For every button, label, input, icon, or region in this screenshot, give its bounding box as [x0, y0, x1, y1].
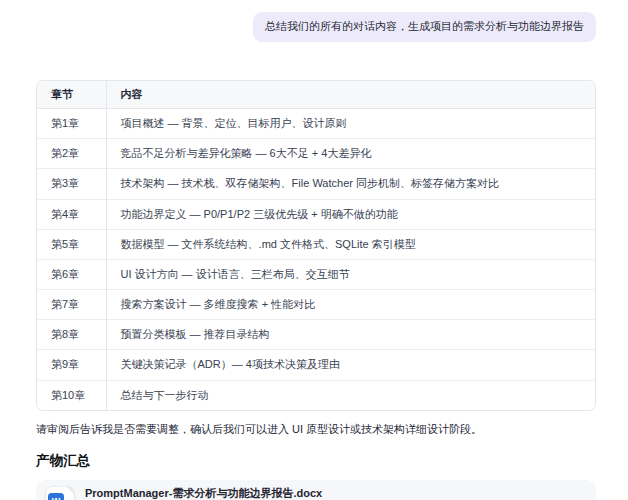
file-attachment-card[interactable]: W PromptManager-需求分析与功能边界报告.docx docx — [36, 480, 596, 500]
content-cell: 搜索方案设计 — 多维度搜索 + 性能对比 — [106, 290, 595, 320]
table-row: 第2章 竞品不足分析与差异化策略 — 6大不足 + 4大差异化 — [37, 139, 595, 169]
content-cell: 功能边界定义 — P0/P1/P2 三级优先级 + 明确不做的功能 — [106, 199, 595, 229]
chapter-table: 章节 内容 第1章 项目概述 — 背景、定位、目标用户、设计原则 第2章 竞品不… — [36, 80, 596, 411]
content-cell: 总结与下一步行动 — [106, 380, 595, 410]
chapter-cell: 第4章 — [37, 199, 106, 229]
chapter-cell: 第2章 — [37, 139, 106, 169]
chapter-cell: 第1章 — [37, 108, 106, 138]
table-header-row: 章节 内容 — [37, 81, 595, 109]
table-row: 第9章 关键决策记录（ADR）— 4项技术决策及理由 — [37, 350, 595, 380]
chapter-cell: 第3章 — [37, 169, 106, 199]
chapter-cell: 第10章 — [37, 380, 106, 410]
page-fold-icon — [67, 487, 74, 494]
content-cell: 项目概述 — 背景、定位、目标用户、设计原则 — [106, 108, 595, 138]
table-row: 第5章 数据模型 — 文件系统结构、.md 文件格式、SQLite 索引模型 — [37, 229, 595, 259]
content-cell: 关键决策记录（ADR）— 4项技术决策及理由 — [106, 350, 595, 380]
chapter-cell: 第5章 — [37, 229, 106, 259]
table-row: 第10章 总结与下一步行动 — [37, 380, 595, 410]
chapter-cell: 第8章 — [37, 320, 106, 350]
content-cell: 竞品不足分析与差异化策略 — 6大不足 + 4大差异化 — [106, 139, 595, 169]
content-cell: 预置分类模板 — 推荐目录结构 — [106, 320, 595, 350]
column-header-content: 内容 — [106, 81, 595, 109]
deliverables-heading: 产物汇总 — [36, 452, 596, 470]
user-message-bubble: 总结我们的所有的对话内容，生成项目的需求分析与功能边界报告 — [253, 12, 596, 42]
content-cell: 数据模型 — 文件系统结构、.md 文件格式、SQLite 索引模型 — [106, 229, 595, 259]
closing-note: 请审阅后告诉我是否需要调整，确认后我们可以进入 UI 原型设计或技术架构详细设计… — [36, 422, 596, 437]
content-cell: UI 设计方向 — 设计语言、三栏布局、交互细节 — [106, 259, 595, 289]
word-document-icon: W — [46, 487, 74, 500]
word-w-badge-icon: W — [48, 493, 64, 500]
table-row: 第3章 技术架构 — 技术栈、双存储架构、File Watcher 同步机制、标… — [37, 169, 595, 199]
file-name: PromptManager-需求分析与功能边界报告.docx — [85, 487, 322, 500]
table-row: 第7章 搜索方案设计 — 多维度搜索 + 性能对比 — [37, 290, 595, 320]
chapter-cell: 第9章 — [37, 350, 106, 380]
table-row: 第1章 项目概述 — 背景、定位、目标用户、设计原则 — [37, 108, 595, 138]
chapter-cell: 第7章 — [37, 290, 106, 320]
table-row: 第8章 预置分类模板 — 推荐目录结构 — [37, 320, 595, 350]
column-header-chapter: 章节 — [37, 81, 106, 109]
chat-content: 总结我们的所有的对话内容，生成项目的需求分析与功能边界报告 章节 内容 第1章 … — [36, 0, 596, 500]
table-row: 第4章 功能边界定义 — P0/P1/P2 三级优先级 + 明确不做的功能 — [37, 199, 595, 229]
chapter-cell: 第6章 — [37, 259, 106, 289]
table-row: 第6章 UI 设计方向 — 设计语言、三栏布局、交互细节 — [37, 259, 595, 289]
content-cell: 技术架构 — 技术栈、双存储架构、File Watcher 同步机制、标签存储方… — [106, 169, 595, 199]
